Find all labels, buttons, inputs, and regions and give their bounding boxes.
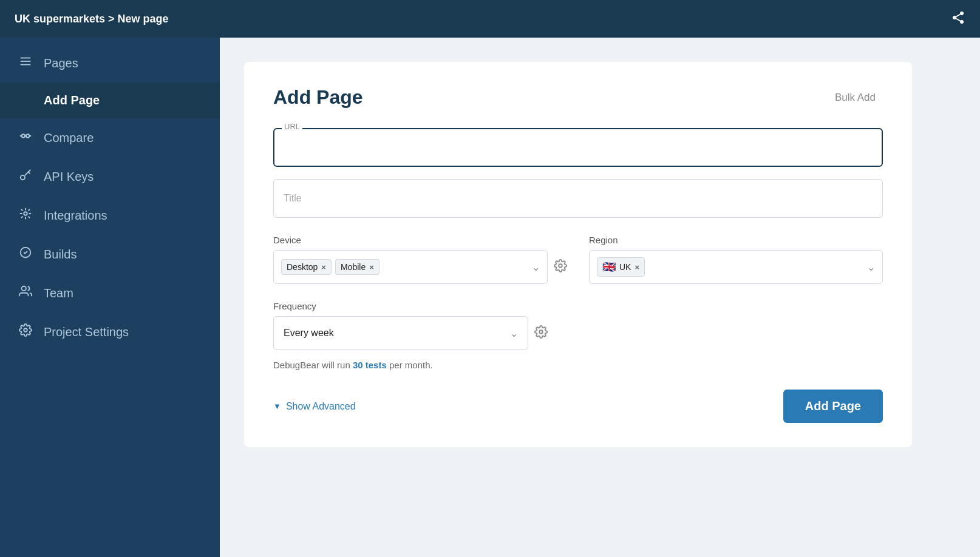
device-field-group: Device Desktop × Mobile × ⌄ [273,235,567,284]
device-gear-icon[interactable] [554,259,567,275]
mobile-tag-remove[interactable]: × [369,263,374,272]
sidebar-label-compare: Compare [44,131,94,145]
frequency-row: Every week ⌄ [273,316,883,350]
breadcrumb: UK supermarkets > New page [15,13,169,25]
share-icon[interactable] [951,10,965,28]
svg-point-9 [26,134,29,138]
sidebar-item-pages[interactable]: Pages [0,44,220,83]
sidebar-item-integrations[interactable]: Integrations [0,196,220,235]
info-suffix: per month. [387,360,433,370]
sidebar-label-project-settings: Project Settings [44,325,129,339]
sidebar-label-pages: Pages [44,56,78,70]
info-count: 30 tests [353,360,387,370]
sidebar-item-add-page[interactable]: Add Page [0,83,220,118]
main-content: Add Page Bulk Add URL Device Desk [220,38,980,557]
uk-flag-icon: 🇬🇧 [602,260,616,274]
device-tag-mobile[interactable]: Mobile × [335,259,379,275]
svg-point-17 [559,264,562,268]
region-tag-uk[interactable]: 🇬🇧 UK × [597,257,645,277]
card-header: Add Page Bulk Add [273,86,883,109]
sidebar-item-team[interactable]: Team [0,274,220,312]
frequency-chevron-icon[interactable]: ⌄ [510,328,518,339]
builds-icon [17,246,34,263]
frequency-value: Every week [284,328,503,339]
show-advanced-arrow-icon: ▼ [273,402,281,411]
url-label: URL [282,122,302,131]
topbar: UK supermarkets > New page [0,0,980,38]
project-settings-icon [17,323,34,340]
svg-point-13 [24,212,27,215]
svg-point-15 [22,286,26,291]
info-text: DebugBear will run 30 tests per month. [273,360,883,370]
info-prefix: DebugBear will run [273,360,353,370]
region-chevron-icon[interactable]: ⌄ [867,262,875,273]
svg-point-8 [22,134,26,138]
region-label: Region [589,235,883,245]
region-select[interactable]: 🇬🇧 UK × ⌄ [589,250,883,284]
region-field-group: Region 🇬🇧 UK × ⌄ [589,235,883,284]
sidebar-item-builds[interactable]: Builds [0,235,220,274]
desktop-tag-remove[interactable]: × [321,263,326,272]
sidebar-label-integrations: Integrations [44,209,107,223]
svg-line-4 [956,14,961,16]
svg-line-12 [29,172,30,174]
desktop-tag-label: Desktop [287,262,318,272]
frequency-label: Frequency [273,301,883,311]
mobile-tag-label: Mobile [341,262,366,272]
frequency-select[interactable]: Every week ⌄ [273,316,528,350]
list-icon [17,55,34,72]
footer-row: ▼ Show Advanced Add Page [273,390,883,423]
uk-tag-remove[interactable]: × [635,263,639,272]
title-input[interactable] [273,179,883,218]
device-region-row: Device Desktop × Mobile × ⌄ [273,235,883,284]
svg-line-3 [956,18,961,21]
uk-tag-label: UK [619,262,631,272]
sidebar-item-compare[interactable]: Compare [0,118,220,157]
sidebar-item-project-settings[interactable]: Project Settings [0,312,220,351]
api-keys-icon [17,168,34,185]
page-title: Add Page [273,86,363,109]
show-advanced-button[interactable]: ▼ Show Advanced [273,401,356,412]
frequency-section: Frequency Every week ⌄ [273,301,883,350]
sidebar-label-add-page: Add Page [44,93,100,107]
sidebar-label-builds: Builds [44,248,77,262]
integrations-icon [17,207,34,224]
device-chevron-icon[interactable]: ⌄ [532,262,540,273]
device-tag-desktop[interactable]: Desktop × [281,259,332,275]
svg-point-1 [953,16,956,19]
device-select-with-gear: Desktop × Mobile × ⌄ [273,250,567,284]
device-label: Device [273,235,567,245]
team-icon [17,285,34,302]
svg-point-0 [960,12,964,15]
svg-point-2 [960,20,964,24]
bulk-add-button[interactable]: Bulk Add [828,88,883,107]
sidebar-item-api-keys[interactable]: API Keys [0,157,220,196]
frequency-gear-icon[interactable] [534,325,548,342]
device-select[interactable]: Desktop × Mobile × ⌄ [273,250,548,284]
svg-point-16 [24,328,27,332]
url-input[interactable] [273,128,883,167]
add-page-card: Add Page Bulk Add URL Device Desk [244,62,912,447]
show-advanced-label: Show Advanced [286,401,356,412]
sidebar-label-team: Team [44,286,73,300]
url-field-wrapper: URL [273,128,883,167]
svg-point-10 [21,175,25,180]
add-page-button[interactable]: Add Page [783,390,883,423]
sidebar-label-api-keys: API Keys [44,170,94,184]
compare-icon [17,129,34,146]
sidebar: Pages Add Page Compare API Keys Integrat [0,38,220,557]
svg-point-18 [539,330,543,334]
